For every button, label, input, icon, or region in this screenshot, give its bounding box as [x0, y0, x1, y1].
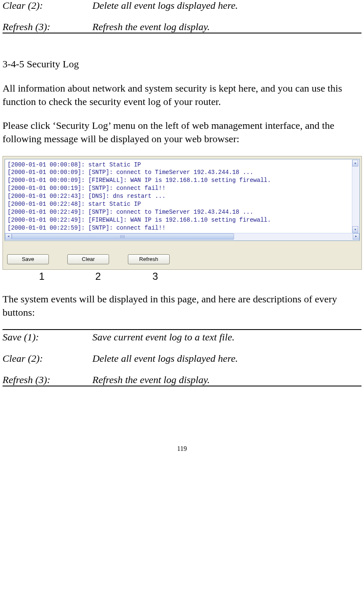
refresh-button[interactable]: Refresh	[128, 254, 170, 264]
clear-button[interactable]: Clear	[67, 254, 109, 264]
page-number: 119	[3, 445, 361, 453]
desc-clear: Delete all event logs displayed here.	[92, 0, 361, 11]
section-para-2: Please click ‘Security Log’ menu on the …	[3, 119, 361, 146]
desc-save-b: Save current event log to a text file.	[92, 330, 361, 343]
save-button[interactable]: Save	[7, 254, 49, 264]
log-textarea[interactable]: [2000-01-01 00:00:08]: start Static IP […	[5, 159, 360, 241]
annotation-1: 1	[18, 271, 65, 282]
screenshot-panel: [2000-01-01 00:00:08]: start Static IP […	[3, 156, 362, 270]
term-save-b: Save (1):	[3, 330, 92, 343]
term-clear: Clear (2):	[3, 0, 92, 11]
definition-table-bottom: Save (1): Save current event log to a te…	[3, 329, 361, 386]
annotation-3: 3	[132, 271, 178, 282]
after-screenshot-text: The system events will be displayed in t…	[3, 292, 361, 320]
desc-refresh: Refresh the event log display.	[92, 21, 361, 33]
horizontal-scrollbar[interactable]: ◀ ▶	[5, 233, 359, 240]
term-clear-b: Clear (2):	[3, 353, 92, 364]
term-refresh: Refresh (3):	[3, 21, 92, 33]
vertical-scrollbar[interactable]: ▲ ▼	[352, 160, 359, 233]
desc-refresh-b: Refresh the event log display.	[92, 374, 361, 386]
scroll-left-icon[interactable]: ◀	[5, 233, 12, 240]
log-content: [2000-01-01 00:00:08]: start Static IP […	[5, 159, 352, 233]
desc-clear-b: Delete all event logs displayed here.	[92, 353, 361, 364]
annotation-2: 2	[75, 271, 122, 282]
annotation-row: 1 2 3	[3, 271, 361, 282]
definition-table-top: Clear (2): Delete all event logs display…	[3, 0, 361, 33]
term-refresh-b: Refresh (3):	[3, 374, 92, 386]
section-para-1: All information about network and system…	[3, 82, 361, 109]
scroll-up-icon[interactable]: ▲	[352, 160, 358, 166]
section-heading: 3-4-5 Security Log	[3, 59, 361, 70]
button-row: Save Clear Refresh	[7, 254, 360, 264]
scroll-thumb[interactable]	[12, 233, 234, 240]
scroll-down-icon[interactable]: ▼	[352, 226, 358, 233]
scroll-right-icon[interactable]: ▶	[353, 233, 359, 240]
